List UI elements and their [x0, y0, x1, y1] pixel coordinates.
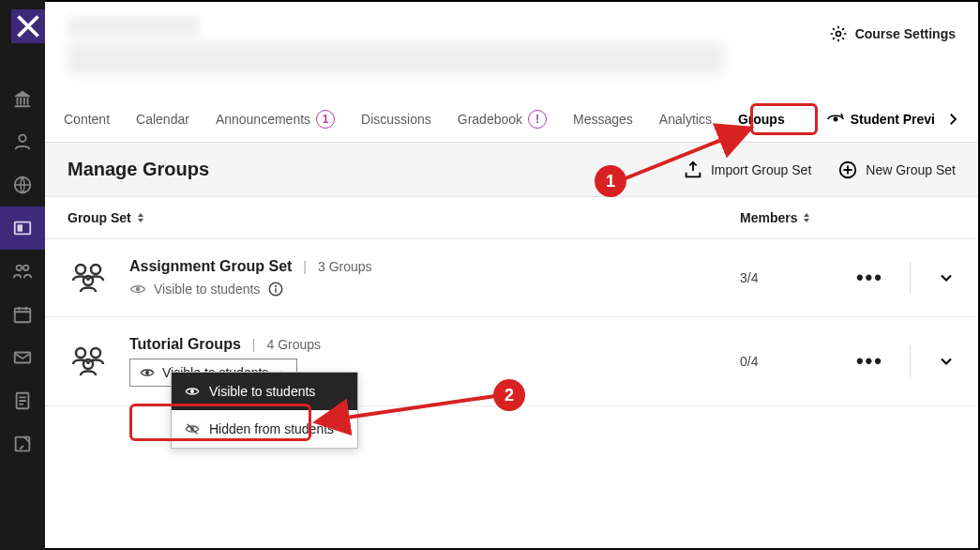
rail-profile-icon[interactable]	[0, 120, 45, 163]
rail-courses-icon[interactable]	[0, 206, 45, 250]
new-group-set-button[interactable]: New Group Set	[837, 160, 956, 180]
rail-institution-icon[interactable]	[0, 77, 45, 120]
info-icon[interactable]	[267, 281, 284, 298]
manage-groups-title: Manage Groups	[68, 159, 209, 180]
course-header: Course Settings	[45, 2, 978, 96]
svg-point-14	[91, 265, 100, 274]
column-header-members[interactable]: Members	[740, 210, 843, 225]
plus-circle-icon	[837, 160, 858, 180]
svg-point-20	[76, 348, 85, 358]
svg-point-4	[17, 266, 22, 271]
course-settings-label: Course Settings	[855, 26, 956, 41]
group-set-name[interactable]: Tutorial Groups	[129, 336, 241, 353]
course-settings-button[interactable]: Course Settings	[829, 17, 956, 43]
sort-icon	[135, 212, 146, 223]
svg-point-10	[836, 32, 840, 37]
tabs-scroll-right-icon[interactable]	[944, 111, 961, 128]
tab-messages[interactable]: Messages	[571, 106, 635, 132]
tab-groups[interactable]: Groups	[736, 106, 787, 132]
svg-point-11	[833, 116, 837, 121]
eye-icon	[140, 365, 155, 380]
svg-point-0	[19, 135, 25, 142]
group-set-row: Assignment Group Set | 3 Groups Visible …	[45, 238, 978, 316]
group-set-row: Tutorial Groups | 4 Groups Visible to st…	[45, 316, 978, 406]
more-options-button[interactable]: •••	[856, 266, 883, 290]
more-options-button[interactable]: •••	[856, 349, 883, 374]
svg-point-23	[145, 371, 149, 374]
close-panel-button[interactable]	[11, 9, 45, 43]
group-count-label: 3 Groups	[318, 259, 372, 274]
main-panel: Course Settings Content Calendar Announc…	[45, 0, 980, 550]
announcements-badge: 1	[316, 110, 335, 129]
visibility-indicator: Visible to students	[129, 281, 740, 298]
eye-off-icon	[185, 421, 200, 436]
group-icon	[68, 260, 111, 296]
sort-icon	[801, 212, 812, 223]
visibility-dropdown-menu: Visible to students Hidden from students	[171, 372, 358, 449]
column-header-groupset[interactable]: Group Set	[68, 210, 740, 225]
eye-icon	[129, 281, 146, 298]
course-title-block	[68, 17, 829, 75]
svg-point-24	[190, 390, 194, 393]
svg-point-16	[136, 287, 141, 292]
members-count: 0/4	[740, 354, 843, 369]
rail-calendar-icon[interactable]	[0, 293, 45, 336]
eye-icon	[185, 384, 200, 399]
group-table-header: Group Set Members	[45, 197, 978, 238]
tab-calendar[interactable]: Calendar	[134, 106, 191, 132]
tab-gradebook[interactable]: Gradebook !	[456, 104, 549, 134]
preview-eye-icon	[826, 110, 845, 129]
import-group-set-button[interactable]: Import Group Set	[683, 160, 811, 180]
svg-rect-6	[15, 309, 31, 323]
group-set-name[interactable]: Assignment Group Set	[129, 258, 292, 275]
group-count-label: 4 Groups	[266, 337, 321, 352]
svg-point-21	[91, 348, 100, 358]
gear-icon	[829, 24, 848, 43]
left-nav-rail	[0, 0, 45, 550]
rail-messages-icon[interactable]	[0, 336, 45, 379]
expand-row-button[interactable]	[937, 352, 956, 371]
manage-groups-bar: Manage Groups Import Group Set New Group…	[45, 143, 978, 197]
visibility-option-hidden[interactable]: Hidden from students	[172, 410, 357, 448]
rail-groups-icon[interactable]	[0, 250, 45, 293]
expand-row-button[interactable]	[937, 268, 956, 287]
course-tabs: Content Calendar Announcements 1 Discuss…	[45, 96, 978, 143]
group-icon	[68, 344, 111, 379]
rail-tools-icon[interactable]	[0, 422, 45, 466]
close-icon	[11, 9, 45, 43]
svg-point-13	[76, 265, 85, 274]
course-code-redacted	[68, 17, 199, 36]
visibility-option-visible[interactable]: Visible to students	[172, 373, 357, 410]
tab-discussions[interactable]: Discussions	[359, 106, 433, 132]
upload-icon	[683, 160, 703, 180]
members-count: 3/4	[740, 270, 843, 285]
course-name-redacted	[68, 43, 724, 75]
svg-rect-19	[276, 288, 278, 293]
student-preview-button[interactable]: Student Previ	[826, 110, 935, 129]
tab-announcements[interactable]: Announcements 1	[214, 104, 337, 134]
svg-point-18	[275, 285, 277, 287]
svg-point-5	[23, 266, 28, 271]
gradebook-badge: !	[528, 110, 547, 129]
svg-rect-3	[18, 224, 23, 231]
tab-analytics[interactable]: Analytics	[657, 106, 714, 132]
rail-activity-icon[interactable]	[0, 163, 45, 206]
tab-content[interactable]: Content	[62, 106, 112, 132]
rail-grades-icon[interactable]	[0, 379, 45, 422]
